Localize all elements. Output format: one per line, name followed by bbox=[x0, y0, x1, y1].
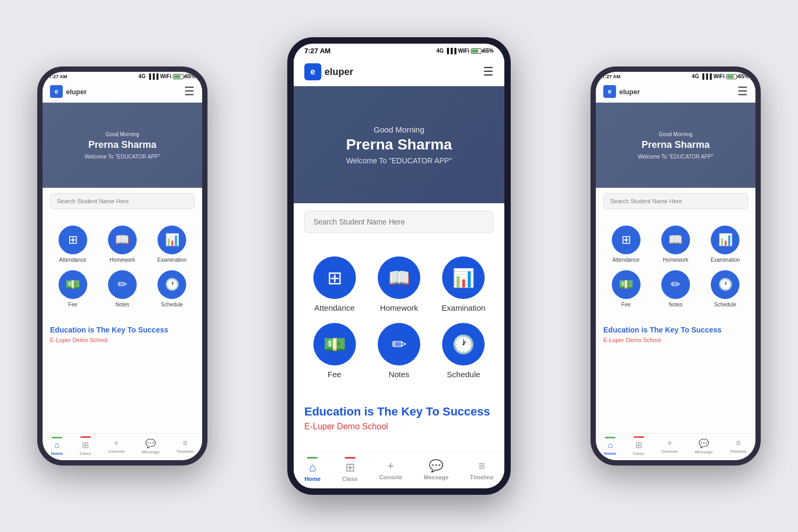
nav-console-left[interactable]: + Console bbox=[108, 438, 125, 454]
fee-label-right: Fee bbox=[621, 302, 630, 307]
battery-right bbox=[726, 74, 737, 79]
menu-item-homework-left[interactable]: 📖 Homework bbox=[97, 222, 147, 267]
header-left: e eluper ☰ bbox=[43, 81, 202, 103]
menu-item-homework-right[interactable]: 📖 Homework bbox=[651, 222, 700, 267]
search-input-left[interactable] bbox=[50, 193, 195, 209]
search-input-right[interactable] bbox=[603, 193, 748, 209]
nav-home-center[interactable]: ⌂ Home bbox=[304, 457, 321, 482]
message-icon-right: 💬 bbox=[699, 438, 709, 448]
home-label-left: Home bbox=[51, 451, 63, 456]
nav-home-right[interactable]: ⌂ Home bbox=[604, 437, 616, 456]
battery-pct-center: 65% bbox=[483, 48, 494, 54]
menu-item-homework-center[interactable]: 📖 Homework bbox=[367, 251, 431, 318]
nav-home-left[interactable]: ⌂ Home bbox=[51, 437, 63, 456]
app-content-right: e eluper ☰ Good Morning Prerna Sharma We… bbox=[596, 81, 755, 460]
nav-message-center[interactable]: 💬 Message bbox=[424, 459, 448, 480]
menu-item-attendance-left[interactable]: ⊞ Attendance bbox=[48, 222, 97, 267]
logo-left: e eluper bbox=[50, 85, 87, 98]
search-section-left bbox=[43, 188, 202, 214]
search-input-center[interactable] bbox=[304, 211, 494, 233]
console-label-left: Console bbox=[108, 449, 125, 454]
attendance-icon-left: ⊞ bbox=[59, 226, 87, 254]
nav-console-right[interactable]: + Console bbox=[661, 438, 678, 454]
attendance-label-right: Attendance bbox=[612, 257, 639, 263]
menu-item-examination-left[interactable]: 📊 Examination bbox=[147, 222, 197, 267]
examination-label-left: Examination bbox=[157, 257, 187, 263]
menu-item-notes-center[interactable]: ✏ Notes bbox=[367, 318, 431, 384]
nav-timeline-right[interactable]: ≡ Timeline bbox=[730, 438, 747, 454]
class-label-center: Class bbox=[342, 476, 358, 482]
time-center: 7:27 AM bbox=[304, 47, 330, 55]
footer-title-left: Education is The Key To Success bbox=[50, 325, 195, 335]
nav-message-left[interactable]: 💬 Message bbox=[142, 438, 160, 454]
search-section-center bbox=[294, 203, 504, 240]
footer-center: Education is The Key To Success E-Luper … bbox=[294, 395, 504, 452]
menu-item-attendance-center[interactable]: ⊞ Attendance bbox=[302, 251, 367, 318]
menu-item-examination-center[interactable]: 📊 Examination bbox=[431, 251, 496, 318]
menu-item-fee-right[interactable]: 💵 Fee bbox=[601, 267, 651, 311]
network-left: 4G bbox=[138, 73, 145, 79]
menu-item-examination-right[interactable]: 📊 Examination bbox=[701, 222, 750, 267]
fee-icon-left: 💵 bbox=[59, 270, 87, 299]
footer-left: Education is The Key To Success E-Luper … bbox=[43, 319, 202, 433]
footer-title-center: Education is The Key To Success bbox=[304, 404, 494, 420]
logo-icon-right: e bbox=[603, 85, 616, 98]
menu-button-left[interactable]: ☰ bbox=[184, 85, 195, 98]
nav-console-center[interactable]: + Console bbox=[379, 459, 402, 480]
wifi-left: WiFi bbox=[160, 73, 171, 79]
wifi-right: WiFi bbox=[713, 73, 725, 79]
menu-item-schedule-center[interactable]: 🕐 Schedule bbox=[431, 318, 496, 384]
menu-button-center[interactable]: ☰ bbox=[483, 65, 494, 79]
nav-class-right[interactable]: ⊞ Class bbox=[633, 436, 644, 456]
logo-text-right: eluper bbox=[619, 88, 640, 96]
timeline-icon-left: ≡ bbox=[182, 438, 187, 448]
status-bar-left: 7:27 AM 4G ▐▐▐ WiFi 65% bbox=[43, 72, 202, 81]
wifi-center: WiFi bbox=[458, 48, 469, 54]
menu-item-fee-left[interactable]: 💵 Fee bbox=[48, 267, 97, 311]
notes-label-right: Notes bbox=[669, 302, 683, 307]
hero-left: Good Morning Prerna Sharma Welcome To "E… bbox=[43, 103, 202, 188]
home-icon-left: ⌂ bbox=[54, 440, 60, 450]
home-icon-center: ⌂ bbox=[309, 461, 316, 475]
menu-grid-right: ⊞ Attendance 📖 Homework 📊 Examination 💵 … bbox=[596, 214, 755, 319]
timeline-label-left: Timeline bbox=[177, 449, 194, 454]
logo-center: e eluper bbox=[304, 63, 353, 80]
status-bar-center: 7:27 AM 4G ▐▐▐ WiFi 65% bbox=[294, 44, 504, 58]
message-icon-left: 💬 bbox=[145, 438, 156, 448]
nav-timeline-center[interactable]: ≡ Timeline bbox=[470, 459, 493, 480]
nav-timeline-left[interactable]: ≡ Timeline bbox=[177, 438, 194, 454]
footer-school-right: E-Luper Demo School bbox=[603, 337, 748, 343]
menu-button-right[interactable]: ☰ bbox=[737, 85, 748, 98]
home-indicator-center bbox=[307, 457, 318, 459]
menu-item-schedule-left[interactable]: 🕐 Schedule bbox=[147, 267, 197, 311]
timeline-label-right: Timeline bbox=[730, 449, 747, 454]
message-label-center: Message bbox=[424, 474, 448, 480]
hero-text-right: Good Morning Prerna Sharma Welcome To "E… bbox=[638, 131, 713, 160]
fee-label-center: Fee bbox=[328, 370, 342, 379]
class-label-right: Class bbox=[633, 451, 644, 456]
console-icon-right: + bbox=[667, 438, 672, 448]
console-icon-center: + bbox=[387, 459, 394, 473]
menu-item-schedule-right[interactable]: 🕐 Schedule bbox=[701, 267, 750, 311]
welcome-right: Welcome To "EDUCATOR APP" bbox=[638, 154, 713, 160]
class-icon-center: ⊞ bbox=[345, 461, 355, 475]
hero-center: Good Morning Prerna Sharma Welcome To "E… bbox=[294, 86, 504, 203]
class-icon-right: ⊞ bbox=[635, 440, 642, 450]
homework-label-right: Homework bbox=[663, 257, 688, 263]
nav-class-center[interactable]: ⊞ Class bbox=[342, 457, 358, 482]
menu-item-notes-right[interactable]: ✏ Notes bbox=[651, 267, 700, 311]
battery-left bbox=[173, 74, 184, 79]
header-right: e eluper ☰ bbox=[596, 81, 755, 103]
menu-item-fee-center[interactable]: 💵 Fee bbox=[302, 318, 367, 384]
console-label-right: Console bbox=[661, 449, 678, 454]
menu-item-notes-left[interactable]: ✏ Notes bbox=[97, 267, 147, 311]
menu-item-attendance-right[interactable]: ⊞ Attendance bbox=[601, 222, 651, 267]
app-content-left: e eluper ☰ Good Morning Prerna Sharma We… bbox=[43, 81, 202, 460]
nav-message-right[interactable]: 💬 Message bbox=[695, 438, 713, 454]
nav-class-left[interactable]: ⊞ Class bbox=[80, 436, 91, 456]
attendance-label-center: Attendance bbox=[314, 303, 355, 312]
fee-icon-right: 💵 bbox=[612, 270, 641, 299]
scene: 7:27 AM 4G ▐▐▐ WiFi 65% e eluper ☰ bbox=[0, 0, 798, 532]
logo-icon-center: e bbox=[304, 63, 321, 80]
bottom-nav-right: ⌂ Home ⊞ Class + Console 💬 Message ≡ bbox=[596, 433, 755, 460]
